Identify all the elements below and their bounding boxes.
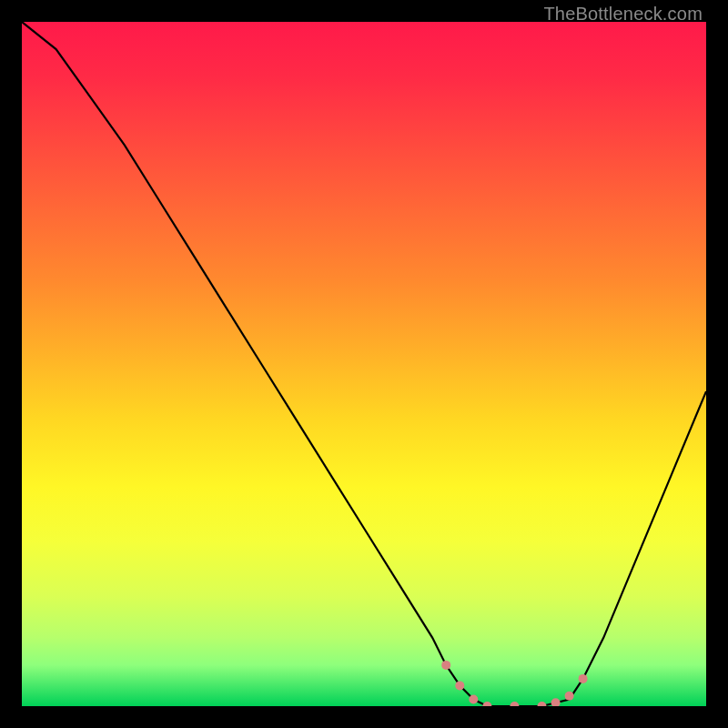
zone-dot [455,681,464,690]
watermark-text: TheBottleneck.com [543,4,703,25]
zone-dot [551,698,561,706]
zone-dot [469,695,478,704]
zone-dot [441,661,450,670]
zone-dot [579,674,588,683]
curve-layer [22,22,706,706]
plot-area [22,22,706,706]
chart-stage: TheBottleneck.com [0,0,728,728]
bottleneck-curve [22,22,706,706]
zone-dot [510,702,519,706]
zone-dot [565,692,574,701]
zone-dot [538,702,547,706]
zone-dot [482,702,491,706]
